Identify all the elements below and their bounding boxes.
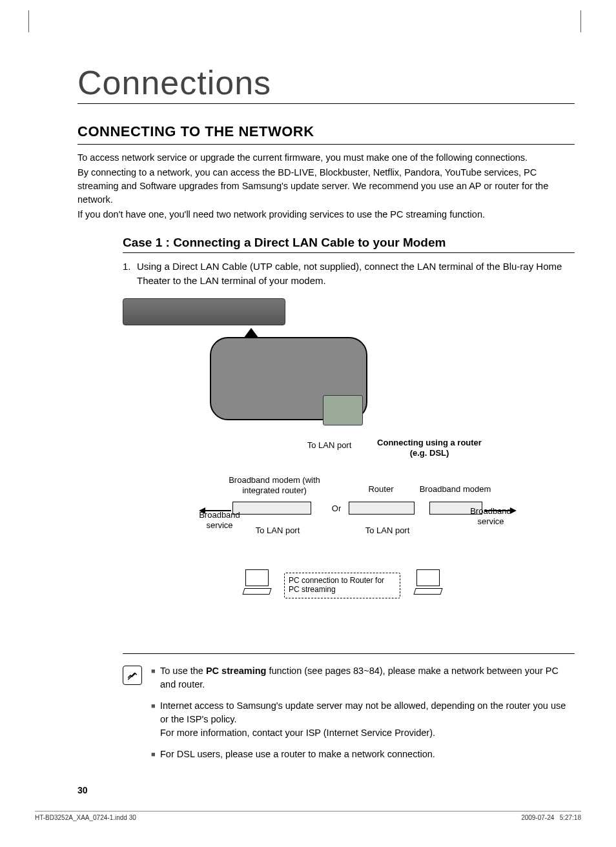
lan-port-enlarged-icon — [323, 395, 363, 425]
intro-p1: To access network service or upgrade the… — [77, 151, 575, 165]
section-title: CONNECTING TO THE NETWORK — [77, 123, 575, 145]
note-item: ■ To use the PC streaming function (see … — [151, 664, 575, 691]
pc-icon — [413, 569, 443, 597]
label-connecting-router: Connecting using a router (e.g. DSL) — [375, 438, 484, 459]
router-icon — [349, 502, 415, 515]
crop-mark — [28, 10, 29, 32]
page-content: Connections CONNECTING TO THE NETWORK To… — [77, 63, 575, 769]
page-title: Connections — [77, 63, 575, 104]
label-to-lan-port-2: To LAN port — [252, 526, 303, 536]
step-text: Using a Direct LAN Cable (UTP cable, not… — [137, 260, 575, 288]
intro-p3: If you don't have one, you'll need two n… — [77, 208, 575, 221]
label-to-lan-port: To LAN port — [303, 440, 355, 451]
bullet-icon: ■ — [151, 748, 160, 761]
pc-icon — [242, 569, 272, 597]
bullet-icon: ■ — [151, 664, 160, 691]
label-broadband-service-left: Broadband service — [194, 510, 245, 531]
case-title: Case 1 : Connecting a Direct LAN Cable t… — [123, 236, 575, 253]
note-icon — [123, 666, 142, 685]
label-router: Router — [355, 484, 407, 495]
footer-date: 2009-07-24 — [521, 814, 554, 821]
notes-list: ■ To use the PC streaming function (see … — [151, 664, 575, 769]
label-to-lan-port-3: To LAN port — [362, 526, 413, 536]
label-broadband-service-right: Broadband service — [465, 506, 517, 527]
intro-p2: By connecting to a network, you can acce… — [77, 166, 575, 207]
label-pc-connection: PC connection to Router for PC streaming — [284, 573, 400, 598]
note-text: Internet access to Samsung's update serv… — [160, 699, 575, 740]
footer-datetime: 2009-07-24 5:27:18 — [521, 814, 581, 821]
crop-mark — [580, 10, 581, 32]
note-bold: PC streaming — [206, 666, 266, 676]
footer: HT-BD3252A_XAA_0724-1.indd 30 2009-07-24… — [35, 811, 581, 821]
connection-diagram: To LAN port Connecting using a router (e… — [123, 298, 549, 608]
note-span: To use the — [160, 666, 206, 676]
step-number: 1. — [123, 260, 137, 288]
step-1: 1. Using a Direct LAN Cable (UTP cable, … — [123, 260, 575, 288]
intro-text: To access network service or upgrade the… — [77, 151, 575, 221]
bluray-player-icon — [123, 298, 285, 325]
label-broadband-modem-integrated: Broadband modem (with integrated router) — [226, 475, 323, 496]
note-span: For more information, contact your ISP (… — [160, 728, 435, 738]
notes-block: ■ To use the PC streaming function (see … — [123, 653, 575, 769]
note-item: ■ For DSL users, please use a router to … — [151, 748, 575, 761]
bullet-icon: ■ — [151, 699, 160, 740]
case-block: Case 1 : Connecting a Direct LAN Cable t… — [123, 236, 575, 608]
footer-filename: HT-BD3252A_XAA_0724-1.indd 30 — [35, 814, 136, 821]
note-text: To use the PC streaming function (see pa… — [160, 664, 575, 691]
note-item: ■ Internet access to Samsung's update se… — [151, 699, 575, 740]
page-number: 30 — [77, 785, 88, 795]
footer-time: 5:27:18 — [560, 814, 581, 821]
note-span: Internet access to Samsung's update serv… — [160, 700, 566, 724]
label-or: Or — [327, 504, 346, 514]
label-broadband-modem: Broadband modem — [413, 484, 497, 495]
note-text: For DSL users, please use a router to ma… — [160, 748, 575, 761]
